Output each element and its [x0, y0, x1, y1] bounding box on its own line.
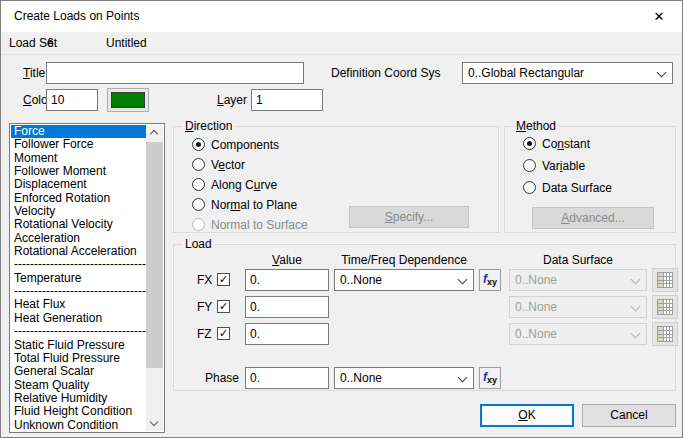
load-set-name: Untitled — [106, 32, 147, 55]
radio-checked-icon — [523, 137, 536, 150]
fz-label: FZ — [197, 323, 212, 345]
chevron-down-icon — [458, 275, 468, 285]
list-item[interactable]: Velocity — [11, 205, 146, 218]
dialog-title: Create Loads on Points — [14, 1, 139, 32]
list-item[interactable]: Fluid Height Condition — [11, 405, 146, 418]
fx-checkbox[interactable]: ✓ — [217, 273, 230, 286]
ok-button[interactable]: OK — [480, 404, 574, 427]
phase-tfd-select[interactable]: 0..None — [334, 367, 474, 389]
fx-data-surface-select: 0..None — [509, 269, 647, 291]
table-grid-icon — [657, 299, 673, 315]
fy-label: FY — [197, 296, 212, 318]
fxy-sub: xy — [487, 375, 497, 385]
fy-value-input[interactable] — [245, 296, 329, 318]
list-item[interactable]: Static Fluid Pressure — [11, 339, 146, 352]
list-item[interactable]: Temperature — [11, 272, 146, 285]
fz-data-surface-value: 0..None — [515, 324, 557, 344]
color-input[interactable] — [46, 89, 98, 111]
chevron-down-icon — [631, 275, 641, 285]
radio-icon — [523, 181, 536, 194]
load-group-title: Load — [182, 237, 215, 252]
list-item[interactable]: Moment — [11, 152, 146, 165]
fz-value-input[interactable] — [245, 323, 329, 345]
radio-label: Normal to Surface — [211, 216, 308, 234]
phase-function-xy-button[interactable]: fxy — [479, 367, 501, 389]
direction-group: Direction Components Vector Along Curve … — [173, 126, 499, 233]
method-group: Method Constant Variable Data Surface Ad… — [504, 126, 676, 233]
load-set-number: 6 — [47, 32, 54, 55]
color-swatch-button[interactable] — [107, 88, 149, 112]
radio-label: Variable — [542, 157, 585, 175]
radio-label: Data Surface — [542, 179, 612, 197]
close-icon[interactable]: ✕ — [636, 1, 682, 32]
chevron-down-icon — [458, 373, 468, 383]
list-item[interactable]: Unknown Condition — [11, 419, 146, 432]
list-item[interactable]: Follower Force — [11, 138, 146, 151]
fz-data-surface-table-button — [652, 322, 678, 346]
radio-disabled-icon — [192, 218, 205, 231]
list-item[interactable]: Heat Flux — [11, 298, 146, 311]
radio-icon — [192, 198, 205, 211]
list-item[interactable]: Heat Generation — [11, 312, 146, 325]
fx-label: FX — [197, 269, 212, 291]
list-item[interactable]: Steam Quality — [11, 379, 146, 392]
direction-group-title: Direction — [182, 119, 235, 134]
fy-data-surface-table-button — [652, 295, 678, 319]
create-loads-on-points-dialog: Create Loads on Points ✕ Load Set 6 Unti… — [0, 0, 683, 438]
cancel-button[interactable]: Cancel — [582, 404, 676, 427]
layer-input[interactable] — [251, 89, 323, 111]
title-bar: Create Loads on Points ✕ — [1, 1, 682, 32]
radio-icon — [192, 178, 205, 191]
fx-data-surface-table-button — [652, 268, 678, 292]
load-type-list: Force Follower Force Moment Follower Mom… — [11, 125, 146, 432]
chevron-down-icon — [657, 68, 667, 78]
scroll-down-icon[interactable] — [146, 415, 163, 431]
specify-button: Specify... — [349, 206, 469, 228]
fxy-sub: xy — [487, 277, 497, 287]
definition-coord-sys-select[interactable]: 0..Global Rectangular — [462, 62, 673, 84]
fx-function-xy-button[interactable]: fxy — [479, 269, 501, 291]
list-item[interactable]: Rotational Velocity — [11, 218, 146, 231]
fx-tfd-select[interactable]: 0..None — [334, 269, 474, 291]
radio-label: Along Curve — [211, 176, 277, 194]
list-item[interactable]: Enforced Rotation — [11, 192, 146, 205]
fz-checkbox[interactable]: ✓ — [217, 327, 230, 340]
scrollbar-thumb[interactable] — [146, 142, 163, 368]
fx-value-input[interactable] — [245, 269, 329, 291]
list-item[interactable]: Relative Humidity — [11, 392, 146, 405]
fz-data-surface-select: 0..None — [509, 323, 647, 345]
fx-data-surface-value: 0..None — [515, 270, 557, 290]
load-type-listbox: Force Follower Force Moment Follower Mom… — [9, 123, 165, 433]
list-item[interactable]: Total Fluid Pressure — [11, 352, 146, 365]
color-swatch — [111, 92, 145, 108]
phase-tfd-value: 0..None — [340, 368, 382, 388]
list-item[interactable]: General Scalar — [11, 365, 146, 378]
list-separator: --------------------------------- — [11, 285, 146, 298]
definition-coord-sys-label: Definition Coord Sys — [331, 64, 440, 82]
radio-icon — [192, 158, 205, 171]
list-item[interactable]: Displacement — [11, 178, 146, 191]
radio-label: Components — [211, 136, 279, 154]
load-set-strip: Load Set 6 Untitled — [1, 32, 682, 55]
fy-checkbox[interactable]: ✓ — [217, 300, 230, 313]
title-input[interactable] — [46, 62, 304, 84]
definition-coord-sys-value: 0..Global Rectangular — [468, 63, 584, 83]
method-group-title: Method — [513, 119, 559, 134]
fx-tfd-value: 0..None — [340, 270, 382, 290]
fy-data-surface-value: 0..None — [515, 297, 557, 317]
list-item[interactable]: Acceleration — [11, 232, 146, 245]
table-grid-icon — [657, 272, 673, 288]
phase-value-input[interactable] — [245, 367, 329, 389]
list-separator: --------------------------------- — [11, 258, 146, 271]
list-item-selected[interactable]: Force — [11, 125, 146, 138]
listbox-scrollbar[interactable] — [146, 125, 163, 431]
list-item[interactable]: Follower Moment — [11, 165, 146, 178]
scroll-up-icon[interactable] — [146, 125, 163, 141]
title-label: Title — [23, 64, 45, 82]
radio-label: Constant — [542, 135, 590, 153]
fy-data-surface-select: 0..None — [509, 296, 647, 318]
chevron-down-icon — [631, 329, 641, 339]
radio-label: Vector — [211, 156, 245, 174]
radio-label: Normal to Plane — [211, 196, 297, 214]
list-item[interactable]: Rotational Acceleration — [11, 245, 146, 258]
